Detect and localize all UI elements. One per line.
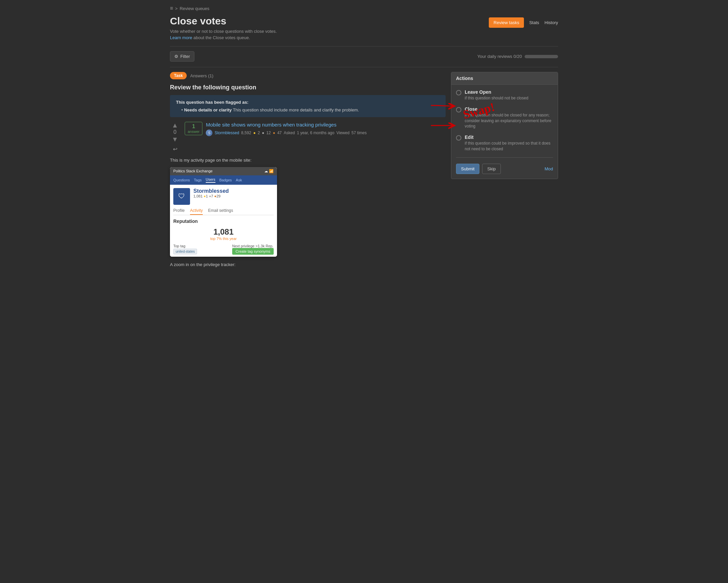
upvote-button[interactable]: ▲ [172, 122, 178, 128]
mobile-next-priv: Next privilege >1.3k Rep. Create tag syn… [232, 244, 274, 253]
header-actions: Review tasks Stats History [489, 16, 558, 28]
actions-box: Actions Leave Open if this question shou… [451, 72, 558, 179]
mobile-email-tab[interactable]: Email settings [208, 208, 233, 215]
toolbar: ⚙ Filter Your daily reviews 0/20 [170, 51, 558, 61]
action-close[interactable]: Close if this question should be closed … [456, 106, 553, 129]
filter-button[interactable]: ⚙ Filter [170, 51, 194, 61]
task-bar: Task Answers (1) [170, 72, 446, 79]
close-desc: if this question should be closed for an… [465, 112, 553, 129]
radio-leave-open[interactable] [456, 90, 461, 95]
viewed-count: 57 times [352, 130, 367, 135]
mobile-bottom-row: Top tag united-states Next privilege >1.… [173, 244, 274, 253]
zoom-text: A zoom in on the privilege tracker: [170, 261, 446, 268]
mobile-nav-users[interactable]: Users [206, 177, 215, 183]
answer-badge: 1 answer [185, 122, 202, 135]
downvote-button[interactable]: ▼ [172, 136, 178, 143]
mod-button[interactable]: Mod [545, 166, 553, 171]
daily-reviews-label: Your daily reviews 0/20 [477, 54, 522, 59]
mobile-nav: Questions Tags Users Badges Ask [170, 175, 277, 185]
question-meta: S Stormblessed 8,592 ● 2 ● 12 ● 47 Asked… [206, 129, 446, 136]
viewed-label: Viewed [336, 130, 349, 135]
user-rep: 8,592 [241, 130, 251, 135]
body-intro: This is my activity page on the mobile s… [170, 157, 446, 164]
actions-divider [456, 157, 553, 158]
leave-open-title: Leave Open [465, 90, 553, 95]
review-heading: Review the following question [170, 84, 446, 91]
page-header-left: Close votes Vote whether or not to close… [170, 16, 277, 42]
page-subtitle: Vote whether or not to close questions w… [170, 29, 277, 34]
mobile-screenshot: Politics Stack Exchange ☁ 📶 Questions Ta… [170, 167, 277, 257]
mobile-user-info: Stormblessed 1,081 ●1 ●7 ●29 [193, 188, 229, 205]
task-badge: Task [170, 72, 187, 79]
mobile-create-tag-btn[interactable]: Create tag synonyms [232, 248, 274, 255]
mobile-nav-ask[interactable]: Ask [236, 178, 242, 182]
actions-body: Leave Open if this question should not b… [451, 85, 558, 179]
gear-icon: ⚙ [174, 54, 178, 59]
question-info: Mobile site shows wrong numbers when tra… [206, 122, 446, 136]
action-edit[interactable]: Edit if this question could be improved … [456, 134, 553, 152]
actions-footer: Submit Skip Mod [456, 162, 553, 174]
actions-panel: Actions Leave Open if this question shou… [451, 72, 558, 273]
action-buttons: Submit Skip [456, 164, 501, 174]
mobile-header: Politics Stack Exchange ☁ 📶 [170, 167, 277, 175]
skip-button[interactable]: Skip [482, 164, 500, 174]
mobile-top-tag: Top tag united-states [173, 244, 197, 253]
answer-count: 1 [188, 124, 200, 129]
radio-close[interactable] [456, 107, 461, 112]
page-title: Close votes [170, 16, 277, 27]
daily-reviews: Your daily reviews 0/20 [477, 54, 558, 59]
submit-button[interactable]: Submit [456, 164, 479, 174]
flagged-box: This question has been flagged as: Needs… [170, 95, 446, 117]
mobile-title: Politics Stack Exchange [173, 169, 212, 173]
learn-more-link[interactable]: Learn more [170, 35, 192, 40]
bookmark-icon[interactable]: ↩ [173, 146, 177, 152]
mobile-avatar: 🛡 [173, 188, 190, 205]
gold-badge: ● [253, 130, 256, 135]
mobile-icons: ☁ 📶 [264, 169, 274, 173]
main-content: Task Answers (1) Review the following qu… [170, 72, 446, 273]
answer-word: answer [188, 129, 200, 133]
vote-count: 0 [174, 129, 177, 135]
mobile-section-title: Reputation [173, 219, 274, 224]
answers-label: Answers (1) [190, 73, 213, 78]
mobile-username: Stormblessed [193, 188, 229, 194]
silver-badge: ● [262, 130, 264, 135]
mobile-rep-number: 1,081 [173, 227, 274, 237]
author-link[interactable]: Stormblessed [214, 130, 239, 135]
mobile-nav-badges[interactable]: Badges [219, 178, 232, 182]
actions-header: Actions [451, 72, 558, 85]
mobile-rep-row: 1,081 ●1 ●7 ●29 [193, 194, 229, 198]
header-divider [170, 46, 558, 47]
breadcrumb: ≡ > Review queues [170, 5, 558, 11]
asked-time: 1 year, 6 months ago [297, 130, 334, 135]
breadcrumb-separator: > [175, 6, 178, 11]
question-title-link[interactable]: Mobile site shows wrong numbers when tra… [206, 122, 446, 128]
flagged-reason: Needs details or clarity This question s… [176, 107, 440, 112]
question-content: 1 answer Mobile site shows wrong numbers… [185, 122, 446, 152]
content-area: Task Answers (1) Review the following qu… [170, 72, 558, 273]
mobile-nav-questions[interactable]: Questions [173, 178, 190, 182]
stats-button[interactable]: Stats [529, 20, 539, 25]
mobile-activity-tab[interactable]: Activity [190, 208, 203, 215]
review-tasks-button[interactable]: Review tasks [489, 18, 524, 28]
edit-title: Edit [465, 134, 553, 140]
leave-open-desc: if this question should not be closed [465, 95, 553, 101]
toolbar-divider [170, 67, 558, 67]
action-leave-open[interactable]: Leave Open if this question should not b… [456, 90, 553, 101]
menu-icon: ≡ [170, 5, 173, 11]
radio-edit[interactable] [456, 135, 461, 141]
mobile-tabs: Profile Activity Email settings [173, 208, 274, 215]
mobile-nav-tags[interactable]: Tags [194, 178, 202, 182]
breadcrumb-link[interactable]: Review queues [180, 6, 209, 11]
edit-desc: if this question could be improved so th… [465, 141, 553, 152]
question-body: This is my activity page on the mobile s… [170, 157, 446, 268]
asked-label: Asked [284, 130, 295, 135]
mobile-user-row: 🛡 Stormblessed 1,081 ●1 ●7 ●29 [173, 188, 274, 205]
mobile-tag: united-states [173, 249, 197, 254]
vote-column: ▲ 0 ▼ ↩ [170, 122, 180, 152]
question-area: ▲ 0 ▼ ↩ 1 answer Mobile site shows wrong… [170, 122, 446, 152]
history-button[interactable]: History [545, 20, 558, 25]
flagged-title: This question has been flagged as: [176, 100, 440, 105]
bronze-badge: ● [273, 130, 275, 135]
mobile-profile-tab[interactable]: Profile [173, 208, 185, 215]
